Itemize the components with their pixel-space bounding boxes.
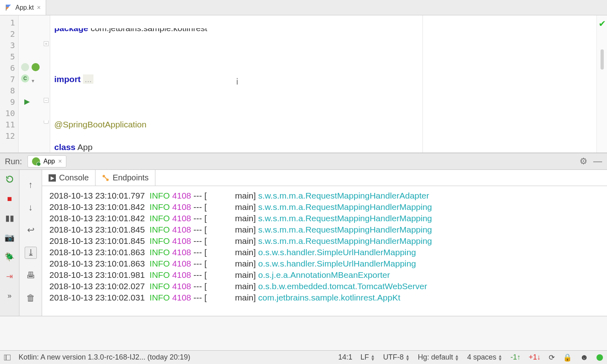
encoding-selector[interactable]: UTF-8▲▼ [383, 353, 410, 362]
rerun-button[interactable] [4, 174, 15, 184]
fold-end-icon[interactable] [44, 121, 49, 124]
console-output[interactable]: 2018-10-13 23:10:01.797 INFO 4108 --- [ … [42, 186, 607, 316]
line-number: 6 [0, 62, 15, 74]
editor-tabbar: App.kt × [0, 0, 607, 15]
line-number-gutter: 12356789101112 [0, 15, 19, 152]
line-number: 1 [0, 17, 15, 28]
editor-scrollbar-thumb[interactable] [601, 49, 604, 70]
status-bar: Kotlin: A new version 1.3.0-rc-168-IJ2..… [0, 350, 607, 364]
toolwindow-layout-icon[interactable] [4, 355, 11, 360]
dump-threads-button[interactable]: 📷 [4, 232, 15, 243]
run-action-rail: ■ ▮▮ 📷 🪲 ⇥ » [0, 170, 19, 316]
background-tasks-icon[interactable]: ⟳ [549, 353, 555, 362]
log-line: 2018-10-13 23:10:01.981 INFO 4108 --- [ … [49, 269, 605, 281]
run-toolwindow-header: Run: App × ⚙ — [0, 153, 607, 170]
vcs-branch-selector[interactable]: Hg: default▲▼ [418, 353, 459, 362]
indent-selector[interactable]: 4 spaces▲▼ [467, 353, 502, 362]
print-button[interactable]: 🖶 [25, 269, 37, 281]
tab-endpoints[interactable]: Endpoints [96, 170, 155, 186]
code-editor: 12356789101112 C ▼ ▶ + – package com.jet… [0, 15, 607, 153]
close-tab-icon[interactable]: × [37, 4, 40, 11]
svg-rect-2 [6, 4, 6, 11]
pause-button[interactable]: ▮▮ [4, 213, 15, 223]
readonly-lock-icon[interactable]: 🔒 [563, 353, 572, 362]
hide-toolwindow-icon[interactable]: — [593, 156, 602, 167]
exit-button[interactable]: ⇥ [4, 271, 15, 281]
more-actions-icon[interactable]: » [4, 290, 15, 301]
console-action-rail: ↑ ↓ ↩ ⤓ 🖶 🗑 [19, 170, 42, 316]
attach-debugger-button[interactable]: 🪲 [4, 252, 15, 262]
log-line: 2018-10-13 23:10:01.863 INFO 4108 --- [ … [49, 258, 605, 269]
memory-indicator-icon[interactable]: ☻ [580, 353, 588, 362]
code-area[interactable]: package com.jetbrains.sample.kotlinrest … [50, 15, 596, 152]
log-line: 2018-10-13 23:10:01.845 INFO 4108 --- [ … [49, 224, 605, 235]
clear-all-button[interactable]: 🗑 [25, 292, 37, 304]
gear-icon[interactable]: ⚙ [579, 156, 588, 167]
text-cursor-icon: Ꭵ [236, 76, 238, 87]
console-icon: ▶ [49, 174, 56, 182]
class-gutter-icon[interactable]: C [21, 74, 29, 83]
gutter-icon-strip: C ▼ ▶ + – [19, 15, 50, 152]
line-number: 11 [0, 119, 15, 130]
spring-leaf-icon[interactable] [32, 63, 40, 71]
soft-wrap-button[interactable]: ↩ [25, 224, 37, 236]
run-config-tab[interactable]: App × [28, 155, 66, 167]
log-line: 2018-10-13 23:10:01.842 INFO 4108 --- [ … [49, 213, 605, 224]
log-line: 2018-10-13 23:10:01.797 INFO 4108 --- [ … [49, 190, 605, 201]
line-separator-selector[interactable]: LF▲▼ [361, 353, 375, 362]
log-line: 2018-10-13 23:10:01.863 INFO 4108 --- [ … [49, 247, 605, 258]
log-line: 2018-10-13 23:10:01.842 INFO 4108 --- [ … [49, 201, 605, 213]
log-line: 2018-10-13 23:10:02.027 INFO 4108 --- [ … [49, 281, 605, 292]
spring-gutter-icon[interactable] [21, 63, 29, 71]
scroll-up-button[interactable]: ↑ [25, 179, 37, 191]
vcs-incoming[interactable]: +1↓ [528, 353, 541, 362]
editor-tab[interactable]: App.kt × [0, 0, 46, 15]
svg-marker-1 [6, 7, 9, 10]
spring-run-icon [32, 157, 40, 165]
line-number: 10 [0, 108, 15, 119]
scroll-down-button[interactable]: ↓ [25, 201, 37, 214]
run-gutter-icon[interactable]: ▶ [24, 97, 30, 106]
log-line: 2018-10-13 23:10:01.845 INFO 4108 --- [ … [49, 235, 605, 247]
line-number: 7 [0, 74, 15, 85]
run-subtab-bar: ▶ Console Endpoints [42, 170, 607, 186]
kotlin-file-icon [5, 4, 12, 11]
run-config-name: App [43, 158, 55, 165]
svg-point-4 [106, 178, 109, 181]
caret-position[interactable]: 14:1 [338, 353, 352, 362]
close-run-tab-icon[interactable]: × [58, 158, 62, 165]
line-number: 9 [0, 96, 15, 108]
analysis-ok-icon[interactable]: ✔ [599, 19, 606, 29]
scroll-to-end-button[interactable]: ⤓ [25, 247, 37, 259]
status-ok-indicator[interactable] [596, 354, 603, 361]
fold-toggle-icon[interactable]: + [44, 41, 49, 46]
tab-console[interactable]: ▶ Console [42, 170, 96, 186]
log-line: 2018-10-13 23:10:02.031 INFO 4108 --- [ … [49, 292, 605, 303]
editor-tab-filename: App.kt [15, 4, 34, 11]
svg-point-3 [103, 175, 105, 177]
line-number: 2 [0, 28, 15, 40]
stop-button[interactable]: ■ [4, 193, 15, 204]
vcs-outgoing[interactable]: -1↑ [510, 353, 520, 362]
chevron-down-icon[interactable]: ▼ [31, 78, 35, 83]
line-number: 12 [0, 130, 15, 142]
run-toolwindow-body: ■ ▮▮ 📷 🪲 ⇥ » ↑ ↓ ↩ ⤓ 🖶 🗑 ▶ Console Endpo… [0, 170, 607, 316]
fold-toggle-icon[interactable]: – [44, 98, 49, 103]
status-message[interactable]: Kotlin: A new version 1.3.0-rc-168-IJ2..… [19, 353, 330, 362]
endpoints-icon [102, 174, 109, 182]
line-number: 3 [0, 40, 15, 51]
editor-right-gutter: ✔ [596, 15, 607, 152]
line-number: 8 [0, 85, 15, 96]
run-toolwindow-title: Run: [5, 157, 22, 166]
line-number: 5 [0, 51, 15, 62]
